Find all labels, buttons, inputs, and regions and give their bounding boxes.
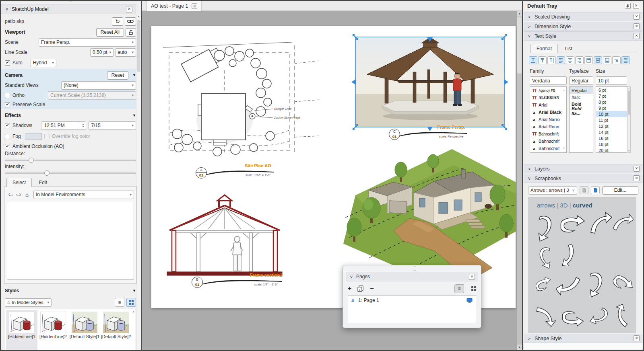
section-dimension-style[interactable]: > Dimension Style ✕ xyxy=(524,22,642,31)
selection-outline[interactable] xyxy=(355,37,505,127)
close-icon[interactable]: ✕ xyxy=(634,23,640,29)
shadow-date-dropdown[interactable]: 7/15▾ xyxy=(89,121,136,130)
paragraph-justify-button[interactable] xyxy=(621,56,630,64)
size-item[interactable]: 9 pt xyxy=(596,105,627,111)
scrapbook-link-arrows[interactable]: arrows xyxy=(537,202,555,209)
line-scale-auto-dropdown[interactable]: auto▾ xyxy=(115,48,136,57)
page-row[interactable]: # 1: Page 1 xyxy=(348,296,476,305)
curved-arrow-shape[interactable] xyxy=(612,304,634,328)
style-item[interactable]: [Default Style]1 xyxy=(69,310,100,350)
align-center-button[interactable] xyxy=(566,56,574,64)
standard-views-dropdown[interactable]: (None)▾ xyxy=(61,81,136,90)
site-plan-viewport[interactable]: Lounger Chair Custom Stone Firepit xyxy=(153,33,322,168)
pages-list-view-button[interactable]: ≡ xyxy=(454,284,464,293)
scroll-down-icon[interactable]: ▼ xyxy=(627,149,630,152)
scrapbook-collection-dropdown[interactable]: Arrows : arrows | 3∨ xyxy=(528,186,577,195)
persp-callout[interactable]: Frame Persp. scale: Perspective C01 xyxy=(389,125,493,144)
size-input[interactable]: 10 pt xyxy=(596,76,627,85)
distance-slider[interactable] xyxy=(5,160,136,161)
curved-arrow-shape[interactable] xyxy=(534,213,557,244)
close-icon[interactable]: ✕ xyxy=(126,6,132,12)
scroll-up-icon[interactable]: ▲ xyxy=(627,87,630,90)
spinner-arrows-icon[interactable]: ▲▼ xyxy=(80,123,86,128)
size-list[interactable]: 6 pt 7 pt 8 pt 9 pt 10 pt 11 pt 12 pt 14… xyxy=(596,86,627,153)
scrapbook-link-3d[interactable]: 3D xyxy=(560,202,568,209)
monitor-icon[interactable] xyxy=(466,298,473,303)
typeface-item[interactable]: Italic xyxy=(570,94,593,101)
ao-checkbox[interactable] xyxy=(5,144,10,149)
duplicate-page-button[interactable] xyxy=(357,285,364,292)
curved-arrow-shape[interactable] xyxy=(584,270,609,300)
scroll-up-icon[interactable]: ▲ xyxy=(517,11,522,16)
curved-arrow-shape[interactable] xyxy=(588,306,611,330)
section-layers[interactable]: > Layers ✕ xyxy=(524,164,642,173)
scroll-down-icon[interactable]: ▼ xyxy=(517,345,522,350)
section-shape-style[interactable]: > Shape Style ✕ xyxy=(524,334,642,343)
curved-arrow-shape[interactable] xyxy=(588,211,613,236)
scrapbook-page-icon[interactable] xyxy=(580,186,588,194)
collapse-triangle-icon[interactable]: ▼ xyxy=(132,289,136,293)
font-item[interactable]: aArial Roun xyxy=(530,123,566,130)
size-item[interactable]: 20 pt xyxy=(596,147,627,153)
align-left-button[interactable] xyxy=(557,56,565,64)
curved-arrow-shape[interactable] xyxy=(532,277,555,294)
environments-dropdown[interactable]: In Model Environments▾ xyxy=(33,191,134,199)
curved-arrow-shape[interactable] xyxy=(559,306,585,327)
curved-arrow-shape[interactable] xyxy=(534,305,556,327)
scrollbar-thumb[interactable] xyxy=(517,17,522,74)
scrapbook-preview[interactable]: arrows | 3D | curved xyxy=(528,197,636,333)
style-item[interactable]: [Default Style]2 xyxy=(100,310,132,350)
section-callout[interactable]: Frame section1 scale: 1/4" = 1'-0" B01 xyxy=(192,273,296,291)
size-item[interactable]: 11 pt xyxy=(596,117,627,123)
font-item[interactable]: TTArial xyxy=(530,101,566,109)
preserve-scale-checkbox[interactable] xyxy=(5,102,10,107)
tab-select[interactable]: Select xyxy=(6,178,32,187)
resize-handle-corner[interactable] xyxy=(501,33,508,41)
size-item[interactable]: 7 pt xyxy=(596,93,627,99)
size-list-scrollbar[interactable]: ▲ ▼ xyxy=(627,86,631,153)
size-item-selected[interactable]: 10 pt xyxy=(596,111,627,117)
size-item[interactable]: 12 pt xyxy=(596,123,627,129)
font-family-list[interactable]: TTAgency FB▲ TTALGERIAN TTArial aArial B… xyxy=(530,86,567,153)
align-right-button[interactable] xyxy=(575,56,584,64)
section-scaled-drawing[interactable]: > Scaled Drawing ✕ xyxy=(524,12,642,21)
pages-panel-header[interactable]: ∨ Pages ✕ xyxy=(346,272,478,281)
collapse-triangle-icon[interactable]: ▼ xyxy=(132,113,136,117)
family-input[interactable]: Verdana xyxy=(530,76,567,85)
forward-arrow-icon[interactable]: ⇨ xyxy=(15,191,23,198)
resize-handle-corner[interactable] xyxy=(352,33,359,41)
close-icon[interactable]: ✕ xyxy=(633,3,639,9)
document-tab[interactable]: AO test - Page 1 ✕ xyxy=(147,1,202,11)
text-cursor-anchor-button[interactable] xyxy=(547,56,556,64)
scrapbook-page-active-icon[interactable] xyxy=(591,186,600,194)
close-icon[interactable]: ✕ xyxy=(634,33,640,39)
grid-view-button[interactable] xyxy=(126,298,136,307)
style-item[interactable]: [HiddenLine]2 xyxy=(37,310,69,350)
valign-top-button[interactable] xyxy=(584,56,593,64)
house-render-viewport[interactable] xyxy=(333,145,516,280)
resize-handle-corner[interactable] xyxy=(501,123,508,131)
font-item[interactable]: aBahnschrif xyxy=(530,138,566,145)
shadow-time-spinner[interactable]: 12:51 PM ▲▼ xyxy=(41,121,86,130)
home-icon[interactable]: ⌂ xyxy=(23,191,31,198)
scene-dropdown[interactable]: Frame Persp.▾ xyxy=(39,38,136,47)
tab-list[interactable]: List xyxy=(559,44,578,53)
scroll-down-icon[interactable]: ▼ xyxy=(563,147,565,150)
add-page-button[interactable]: + xyxy=(348,285,351,292)
pin-icon[interactable] xyxy=(625,3,631,9)
scroll-up-icon[interactable]: ▲ xyxy=(132,310,135,350)
list-view-button[interactable]: ≡ xyxy=(115,298,124,307)
intensity-slider[interactable] xyxy=(5,172,136,174)
typeface-input[interactable]: Regular xyxy=(569,76,593,85)
close-icon[interactable]: ✕ xyxy=(469,274,475,280)
sketchup-model-header[interactable]: ∨ SketchUp Model ✕ xyxy=(1,4,136,14)
size-item[interactable]: 8 pt xyxy=(596,99,627,105)
close-icon[interactable]: ✕ xyxy=(634,175,640,181)
resize-handle-right[interactable] xyxy=(504,79,508,85)
slider-thumb[interactable] xyxy=(29,158,34,163)
pages-grid-view-icon[interactable] xyxy=(471,286,476,291)
section-scrapbooks[interactable]: ∨ Scrapbooks ✕ xyxy=(524,174,642,183)
style-item[interactable]: [HiddenLine]1 xyxy=(6,310,37,350)
render-mode-dropdown[interactable]: Hybrid▾ xyxy=(31,59,56,67)
resize-handle-corner[interactable] xyxy=(352,123,359,131)
